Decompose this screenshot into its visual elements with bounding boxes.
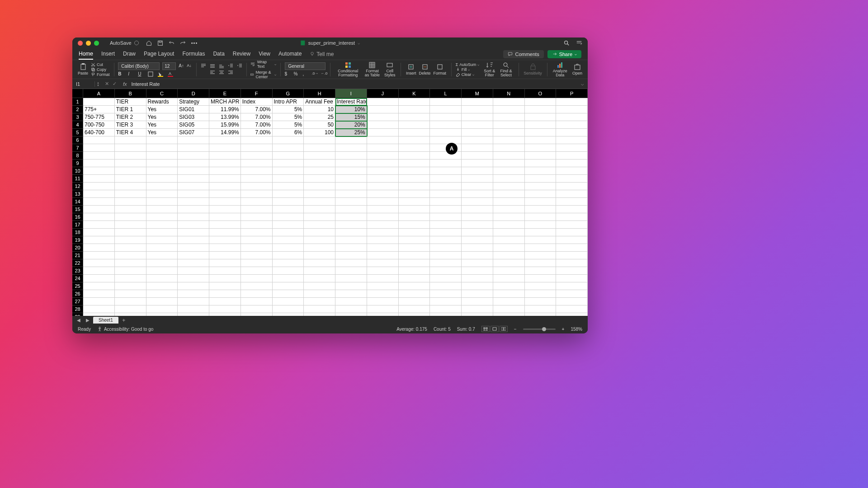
cell[interactable] bbox=[399, 167, 430, 175]
cell[interactable] bbox=[462, 290, 493, 298]
cell[interactable]: Intro APR bbox=[273, 98, 304, 106]
cell[interactable] bbox=[462, 190, 493, 198]
cell[interactable] bbox=[399, 275, 430, 282]
cell[interactable] bbox=[83, 190, 115, 198]
cell[interactable] bbox=[367, 252, 399, 259]
cell[interactable] bbox=[115, 152, 146, 160]
cell[interactable] bbox=[304, 244, 335, 252]
cell[interactable] bbox=[115, 290, 146, 298]
cell[interactable] bbox=[462, 259, 493, 267]
col-header[interactable]: G bbox=[273, 89, 304, 98]
cell[interactable] bbox=[146, 244, 178, 252]
cell[interactable] bbox=[367, 221, 399, 229]
cell[interactable] bbox=[462, 213, 493, 221]
row-header[interactable]: 28 bbox=[72, 305, 83, 313]
cell[interactable] bbox=[241, 175, 273, 183]
cell[interactable]: MRCH APR bbox=[209, 98, 241, 106]
cell[interactable] bbox=[462, 198, 493, 206]
cell[interactable] bbox=[335, 136, 367, 144]
cell[interactable]: Yes bbox=[146, 106, 178, 113]
cell[interactable] bbox=[178, 206, 209, 213]
cell[interactable] bbox=[493, 236, 525, 244]
cell[interactable] bbox=[273, 198, 304, 206]
row-header[interactable]: 19 bbox=[72, 236, 83, 244]
cell[interactable] bbox=[146, 282, 178, 290]
increase-font-icon[interactable]: A↑ bbox=[179, 63, 184, 69]
cell[interactable] bbox=[83, 175, 115, 183]
cell[interactable]: 15% bbox=[335, 113, 367, 121]
cell[interactable] bbox=[209, 213, 241, 221]
tab-review[interactable]: Review bbox=[233, 49, 250, 60]
cell[interactable] bbox=[241, 221, 273, 229]
cell[interactable] bbox=[115, 206, 146, 213]
cell[interactable] bbox=[83, 136, 115, 144]
cell[interactable] bbox=[493, 298, 525, 305]
cell[interactable] bbox=[525, 152, 557, 160]
cell[interactable] bbox=[525, 275, 557, 282]
cell[interactable] bbox=[335, 267, 367, 275]
cell[interactable] bbox=[525, 282, 557, 290]
cell[interactable] bbox=[115, 282, 146, 290]
cell[interactable] bbox=[146, 305, 178, 313]
cell[interactable] bbox=[493, 175, 525, 183]
cell[interactable] bbox=[146, 152, 178, 160]
autosum-button[interactable]: ΣAutoSum⌵ bbox=[456, 62, 480, 67]
cell[interactable] bbox=[178, 198, 209, 206]
row-header[interactable]: 13 bbox=[72, 190, 83, 198]
paste-button[interactable]: Paste bbox=[77, 63, 89, 75]
page-layout-view-icon[interactable] bbox=[491, 326, 499, 332]
cell[interactable] bbox=[241, 290, 273, 298]
cell[interactable] bbox=[367, 121, 399, 129]
font-select[interactable] bbox=[118, 62, 160, 70]
cell[interactable] bbox=[556, 305, 588, 313]
cell[interactable] bbox=[209, 229, 241, 236]
cells-area[interactable]: TIERRewardsStrategyMRCH APRIndexIntro AP… bbox=[83, 98, 588, 316]
cell-styles-button[interactable]: Cell Styles bbox=[383, 61, 396, 77]
fill-color-icon[interactable] bbox=[158, 71, 163, 77]
cell[interactable] bbox=[335, 259, 367, 267]
row-header[interactable]: 12 bbox=[72, 183, 83, 190]
cell[interactable] bbox=[493, 160, 525, 167]
cell[interactable]: TIER 2 bbox=[115, 113, 146, 121]
font-color-icon[interactable]: A bbox=[168, 71, 173, 77]
cell[interactable] bbox=[115, 298, 146, 305]
cell[interactable] bbox=[335, 198, 367, 206]
cell[interactable] bbox=[399, 213, 430, 221]
cell[interactable] bbox=[146, 198, 178, 206]
analyze-data-button[interactable]: Analyze Data bbox=[552, 61, 569, 77]
cell[interactable]: 750-775 bbox=[83, 113, 115, 121]
cell[interactable] bbox=[525, 267, 557, 275]
font-size-select[interactable] bbox=[162, 62, 176, 70]
col-header[interactable]: E bbox=[209, 89, 241, 98]
row-header[interactable]: 10 bbox=[72, 167, 83, 175]
cell[interactable] bbox=[273, 290, 304, 298]
zoom-out-button[interactable]: − bbox=[514, 327, 517, 332]
cell[interactable] bbox=[146, 160, 178, 167]
cell[interactable] bbox=[462, 305, 493, 313]
cell[interactable] bbox=[399, 198, 430, 206]
cell[interactable] bbox=[304, 213, 335, 221]
cell[interactable] bbox=[304, 175, 335, 183]
redo-icon[interactable] bbox=[180, 40, 186, 46]
cell[interactable] bbox=[493, 275, 525, 282]
col-header[interactable]: K bbox=[399, 89, 430, 98]
cell[interactable] bbox=[556, 136, 588, 144]
align-middle-icon[interactable] bbox=[210, 63, 215, 69]
cell[interactable] bbox=[399, 183, 430, 190]
cell[interactable] bbox=[209, 305, 241, 313]
tab-draw[interactable]: Draw bbox=[123, 49, 136, 60]
cell[interactable]: 5% bbox=[273, 106, 304, 113]
cell[interactable] bbox=[556, 244, 588, 252]
cell[interactable] bbox=[178, 298, 209, 305]
align-bottom-icon[interactable] bbox=[219, 63, 224, 69]
cell[interactable]: 5% bbox=[273, 121, 304, 129]
cell[interactable] bbox=[146, 206, 178, 213]
cell[interactable] bbox=[209, 275, 241, 282]
cell[interactable] bbox=[493, 206, 525, 213]
cell[interactable] bbox=[493, 213, 525, 221]
page-break-view-icon[interactable] bbox=[500, 326, 508, 332]
cell[interactable] bbox=[430, 113, 462, 121]
cell[interactable] bbox=[83, 206, 115, 213]
cell[interactable] bbox=[462, 236, 493, 244]
row-header[interactable]: 21 bbox=[72, 252, 83, 259]
